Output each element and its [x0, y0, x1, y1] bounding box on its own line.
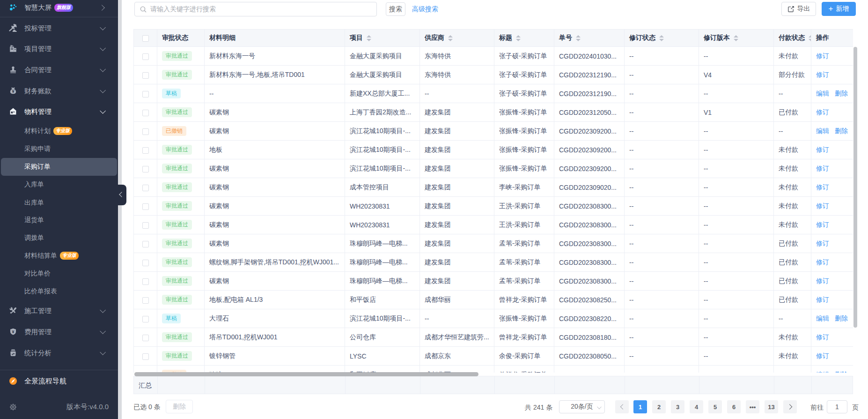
svg-text:¥: ¥	[12, 89, 15, 94]
svg-text:¥: ¥	[12, 329, 15, 334]
